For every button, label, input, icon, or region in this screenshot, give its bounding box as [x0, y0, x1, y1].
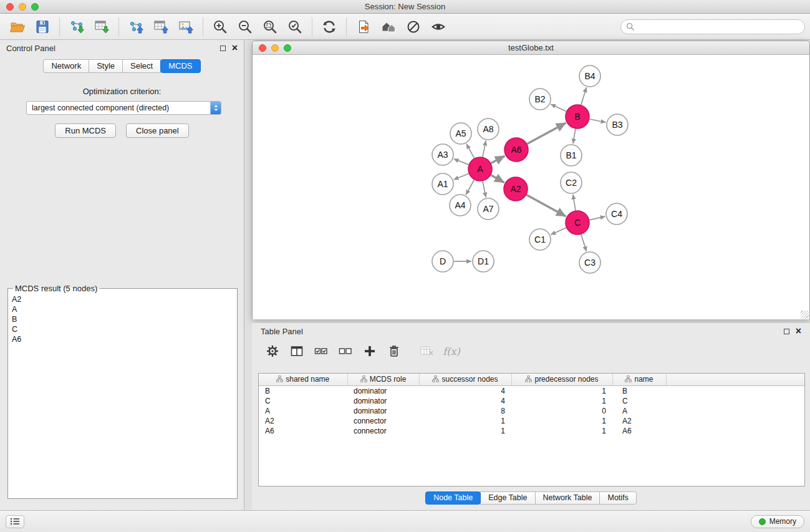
optimization-criterion-select[interactable]: largest connected component (directed)	[26, 101, 221, 115]
network-node-A2[interactable]: A2	[504, 177, 528, 201]
network-node-B3[interactable]: B3	[607, 114, 628, 135]
network-edge-C-C2[interactable]	[573, 195, 576, 210]
close-panel-button[interactable]: Close panel	[126, 123, 189, 138]
column-header-successor-nodes[interactable]: successor nodes	[419, 374, 511, 385]
network-edge-A6-B[interactable]	[528, 123, 566, 143]
network-node-A1[interactable]: A1	[432, 173, 453, 195]
save-session-button[interactable]	[31, 16, 54, 37]
network-node-A7[interactable]: A7	[478, 198, 499, 220]
zoom-selected-button[interactable]	[284, 16, 306, 37]
table-row[interactable]: Bdominator41B	[259, 385, 804, 396]
mcds-result-item[interactable]: A6	[12, 334, 233, 344]
table-row[interactable]: Cdominator41C	[259, 396, 804, 406]
apply-layout-button[interactable]	[318, 16, 340, 37]
network-node-C4[interactable]: C4	[606, 203, 627, 225]
network-edge-A-A6[interactable]	[491, 156, 505, 163]
zoom-window-button[interactable]	[31, 3, 39, 11]
network-edge-C-C3[interactable]	[581, 235, 586, 251]
import-table-button[interactable]	[90, 16, 113, 37]
network-node-A5[interactable]: A5	[450, 123, 471, 144]
zoom-in-button[interactable]	[209, 16, 231, 37]
network-edge-A2-C[interactable]	[527, 195, 566, 216]
network-edge-B-B4[interactable]	[581, 87, 587, 105]
open-file-button[interactable]	[6, 16, 29, 37]
mcds-result-item[interactable]: A2	[12, 294, 233, 304]
column-header-shared-name[interactable]: shared name	[259, 374, 347, 385]
import-network-button[interactable]	[65, 16, 88, 37]
tab-mcds[interactable]: MCDS	[160, 59, 200, 73]
network-node-D1[interactable]: D1	[473, 251, 494, 272]
tab-select[interactable]: Select	[122, 59, 161, 73]
tab-network[interactable]: Network	[43, 59, 89, 73]
network-node-A8[interactable]: A8	[478, 118, 499, 140]
network-node-C3[interactable]: C3	[579, 252, 600, 273]
search-input[interactable]	[638, 22, 799, 31]
column-visibility-button[interactable]	[287, 342, 306, 360]
network-edge-A-A5[interactable]	[466, 144, 474, 158]
export-table-button[interactable]	[150, 16, 172, 37]
network-node-C1[interactable]: C1	[529, 229, 551, 250]
tab-network-table[interactable]: Network Table	[535, 491, 600, 505]
zoom-fit-button[interactable]	[259, 16, 281, 37]
network-canvas[interactable]: B4B2BB3A5A8A6A3B1AA1A2C2A4A7C4CC1C3DD1	[253, 55, 809, 319]
network-edge-C-C4[interactable]	[590, 216, 605, 220]
network-node-C[interactable]: C	[566, 211, 589, 235]
column-header-name[interactable]: name	[612, 374, 666, 385]
network-graph-svg[interactable]: B4B2BB3A5A8A6A3B1AA1A2C2A4A7C4CC1C3DD1	[253, 55, 809, 319]
table-mode-button[interactable]	[263, 342, 282, 360]
network-overview-button[interactable]	[377, 16, 400, 37]
network-edge-A-A3[interactable]	[454, 159, 469, 165]
network-edge-B-B1[interactable]	[573, 129, 576, 143]
hide-graphics-details-button[interactable]	[402, 16, 425, 37]
column-header-MCDS-role[interactable]: MCDS role	[347, 374, 419, 385]
zoom-out-button[interactable]	[234, 16, 256, 37]
column-header-predecessor-nodes[interactable]: predecessor nodes	[511, 374, 612, 385]
tab-motifs[interactable]: Motifs	[599, 491, 636, 505]
create-column-button[interactable]	[360, 342, 379, 360]
export-image-button[interactable]	[175, 16, 197, 37]
network-edge-B-B3[interactable]	[590, 119, 606, 122]
network-view-window[interactable]: testGlobe.txt B4B2BB3A5A8A6A3B1AA1A2C2A4…	[252, 41, 810, 319]
mcds-result-item[interactable]: A	[12, 304, 233, 314]
table-row[interactable]: A2connector11A2	[259, 416, 804, 426]
close-table-panel-icon[interactable]: ×	[796, 327, 801, 335]
table-row[interactable]: A6connector11A6	[259, 426, 804, 436]
zoom-network-window-button[interactable]	[284, 44, 291, 52]
search-field[interactable]	[620, 19, 805, 34]
network-node-D[interactable]: D	[432, 251, 453, 272]
export-network-button[interactable]	[125, 16, 147, 37]
minimize-window-button[interactable]	[19, 3, 26, 11]
network-node-B1[interactable]: B1	[561, 145, 582, 166]
network-edge-A-A2[interactable]	[491, 175, 504, 183]
network-edge-A-A8[interactable]	[483, 141, 486, 157]
minimize-network-window-button[interactable]	[271, 44, 279, 52]
network-node-A4[interactable]: A4	[450, 195, 471, 216]
close-network-window-button[interactable]	[259, 44, 266, 52]
network-edge-B-B2[interactable]	[551, 104, 566, 112]
window-resize-grip[interactable]	[801, 311, 809, 319]
memory-button[interactable]: Memory	[751, 515, 804, 528]
tab-node-table[interactable]: Node Table	[425, 491, 481, 505]
network-node-B[interactable]: B	[566, 105, 589, 128]
float-panel-icon[interactable]	[220, 46, 226, 51]
close-panel-icon[interactable]: ×	[232, 44, 238, 52]
deselect-all-button[interactable]	[336, 342, 355, 360]
panel-splitter[interactable]	[244, 40, 252, 510]
delete-table-button[interactable]	[418, 342, 436, 360]
show-graphics-details-button[interactable]	[427, 16, 450, 37]
export-document-button[interactable]	[352, 16, 375, 37]
network-edge-A-A7[interactable]	[483, 181, 486, 198]
tab-style[interactable]: Style	[89, 59, 123, 73]
network-edge-A-A4[interactable]	[466, 180, 474, 195]
float-table-panel-icon[interactable]	[784, 329, 789, 334]
network-node-A3[interactable]: A3	[432, 144, 453, 165]
network-node-C2[interactable]: C2	[561, 172, 582, 193]
mcds-result-item[interactable]: B	[12, 314, 233, 324]
network-node-A6[interactable]: A6	[504, 138, 528, 162]
node-table-container[interactable]: shared nameMCDS rolesuccessor nodesprede…	[258, 373, 805, 486]
window-titlebar[interactable]: Session: New Session	[0, 0, 810, 14]
network-window-titlebar[interactable]: testGlobe.txt	[253, 41, 809, 55]
network-node-A[interactable]: A	[468, 157, 492, 181]
function-builder-button[interactable]: f(x)	[442, 342, 461, 360]
mcds-result-item[interactable]: C	[12, 324, 233, 334]
